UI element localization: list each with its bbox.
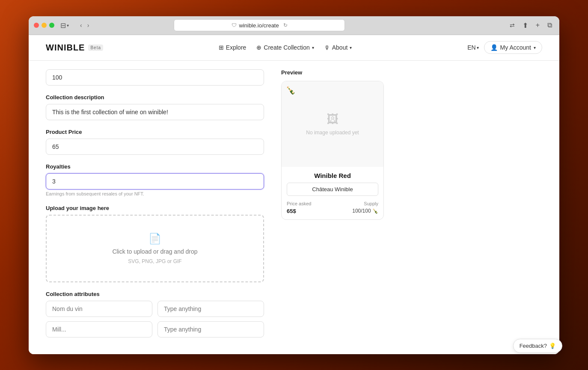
attr1-key-input[interactable] xyxy=(46,301,152,317)
preview-supply-icon: 🍾 xyxy=(372,208,378,213)
nav-controls: ‹ › xyxy=(78,21,91,30)
description-input[interactable] xyxy=(46,104,264,120)
description-group: Collection description xyxy=(46,94,264,120)
minimize-button[interactable] xyxy=(42,23,47,28)
translate-icon[interactable]: ⇄ xyxy=(508,21,517,30)
page-content: WINIBLE Beta ⊞ Explore ⊕ Create Collecti… xyxy=(29,35,559,354)
preview-subtitle-text: Château Winible xyxy=(312,186,353,192)
upload-group: Upload your image here 📄 Click to upload… xyxy=(46,205,264,282)
upload-sub-text: SVG, PNG, JPG or GIF xyxy=(128,258,181,264)
explore-icon: ⊞ xyxy=(219,44,224,51)
user-icon: 👤 xyxy=(490,44,498,51)
explore-link[interactable]: ⊞ Explore xyxy=(219,44,246,51)
preview-supply-label: Supply xyxy=(364,201,378,206)
feedback-icon: 💡 xyxy=(549,343,556,349)
preview-meta: Price asked Supply xyxy=(287,201,378,206)
main-area: Collection description Product Price Roy… xyxy=(29,61,559,354)
navbar: WINIBLE Beta ⊞ Explore ⊕ Create Collecti… xyxy=(29,35,559,61)
supply-input[interactable] xyxy=(46,69,264,86)
price-input[interactable] xyxy=(46,139,264,155)
price-group: Product Price xyxy=(46,129,264,155)
share-button[interactable]: ⬆ xyxy=(520,21,530,30)
preview-values: 65$ 100/100 🍾 xyxy=(287,208,378,214)
preview-price-value: 65$ xyxy=(287,208,296,214)
beta-badge: Beta xyxy=(88,44,103,51)
create-icon: ⊕ xyxy=(256,44,261,51)
preview-supply-value: 100/100 🍾 xyxy=(352,208,378,214)
url-text: winible.io/create xyxy=(239,22,279,29)
preview-supply-text: 100/100 xyxy=(352,208,371,214)
preview-wine-icon: 🍾 xyxy=(286,86,295,95)
royalties-hint: Earnings from subsequent resales of your… xyxy=(46,191,264,196)
new-tab-button[interactable]: + xyxy=(534,21,542,30)
my-account-label: My Account xyxy=(500,44,531,51)
preview-image-area: 🍾 🖼 No image uploaded yet xyxy=(282,81,383,167)
attr2-value-input[interactable] xyxy=(157,321,264,337)
close-button[interactable] xyxy=(34,23,39,28)
attributes-group: Collection attributes xyxy=(46,291,264,337)
chevron-down-icon: ▾ xyxy=(67,23,69,28)
royalties-label: Royalties xyxy=(46,163,264,170)
lang-label: EN xyxy=(467,44,475,51)
about-icon: 🎙 xyxy=(324,44,330,51)
preview-image-placeholder-icon: 🖼 xyxy=(327,112,339,126)
lang-chevron-icon: ▾ xyxy=(477,45,479,50)
about-label: About xyxy=(332,44,348,51)
language-selector[interactable]: EN ▾ xyxy=(467,44,478,51)
feedback-label: Feedback? xyxy=(520,343,547,349)
create-collection-link[interactable]: ⊕ Create Collection ▾ xyxy=(256,44,314,51)
attribute-row-1 xyxy=(46,301,264,317)
upload-dropzone[interactable]: 📄 Click to upload or drag and drop SVG, … xyxy=(46,215,264,282)
preview-card-body: Winible Red Château Winible Price asked … xyxy=(282,167,383,219)
forward-button[interactable]: › xyxy=(86,21,91,30)
tabs-button[interactable]: ⧉ xyxy=(545,21,554,30)
sidebar-toggle-button[interactable]: ⊟ ▾ xyxy=(58,21,71,30)
upload-label: Upload your image here xyxy=(46,205,264,211)
create-chevron-icon: ▾ xyxy=(312,45,314,50)
preview-section: Preview 🍾 🖼 No image uploaded yet Winibl… xyxy=(281,69,384,346)
form-section: Collection description Product Price Roy… xyxy=(46,69,264,346)
description-label: Collection description xyxy=(46,94,264,101)
attr1-value-input[interactable] xyxy=(157,301,264,317)
logo-text: WINIBLE xyxy=(46,43,85,53)
toolbar-right: ⇄ ⬆ + ⧉ xyxy=(508,21,554,30)
nav-right: EN ▾ 👤 My Account ▾ xyxy=(467,41,542,54)
upload-main-text: Click to upload or drag and drop xyxy=(112,248,197,255)
supply-group xyxy=(46,69,264,86)
sidebar-icon: ⊟ xyxy=(60,21,66,30)
preview-label: Preview xyxy=(281,69,384,76)
royalties-input[interactable] xyxy=(46,173,264,189)
attributes-label: Collection attributes xyxy=(46,291,264,297)
preview-price-label: Price asked xyxy=(287,201,311,206)
traffic-lights xyxy=(34,23,54,28)
back-button[interactable]: ‹ xyxy=(78,21,84,30)
shield-icon: 🛡 xyxy=(232,22,237,28)
upload-file-icon: 📄 xyxy=(148,233,161,245)
preview-card: 🍾 🖼 No image uploaded yet Winible Red Ch… xyxy=(281,81,384,220)
feedback-button[interactable]: Feedback? 💡 xyxy=(513,339,562,353)
create-collection-label: Create Collection xyxy=(264,44,309,51)
about-chevron-icon: ▾ xyxy=(350,45,352,50)
titlebar: ⊟ ▾ ‹ › 🛡 winible.io/create ↻ ⇄ ⬆ + ⧉ xyxy=(29,16,559,35)
browser-window: ⊟ ▾ ‹ › 🛡 winible.io/create ↻ ⇄ ⬆ + ⧉ WI… xyxy=(29,16,559,354)
preview-subtitle-button[interactable]: Château Winible xyxy=(287,183,378,196)
maximize-button[interactable] xyxy=(49,23,54,28)
url-bar[interactable]: 🛡 winible.io/create ↻ xyxy=(174,19,345,31)
attr2-key-input[interactable] xyxy=(46,321,152,337)
explore-label: Explore xyxy=(226,44,246,51)
about-link[interactable]: 🎙 About ▾ xyxy=(324,44,352,51)
refresh-icon[interactable]: ↻ xyxy=(283,22,288,28)
royalties-group: Royalties Earnings from subsequent resal… xyxy=(46,163,264,196)
logo: WINIBLE Beta xyxy=(46,43,103,53)
preview-no-image-text: No image uploaded yet xyxy=(306,130,359,136)
my-account-button[interactable]: 👤 My Account ▾ xyxy=(484,41,542,54)
attribute-row-2 xyxy=(46,321,264,337)
account-chevron-icon: ▾ xyxy=(534,45,536,50)
preview-title: Winible Red xyxy=(287,172,378,179)
nav-links: ⊞ Explore ⊕ Create Collection ▾ 🎙 About … xyxy=(219,44,352,51)
price-label: Product Price xyxy=(46,129,264,135)
